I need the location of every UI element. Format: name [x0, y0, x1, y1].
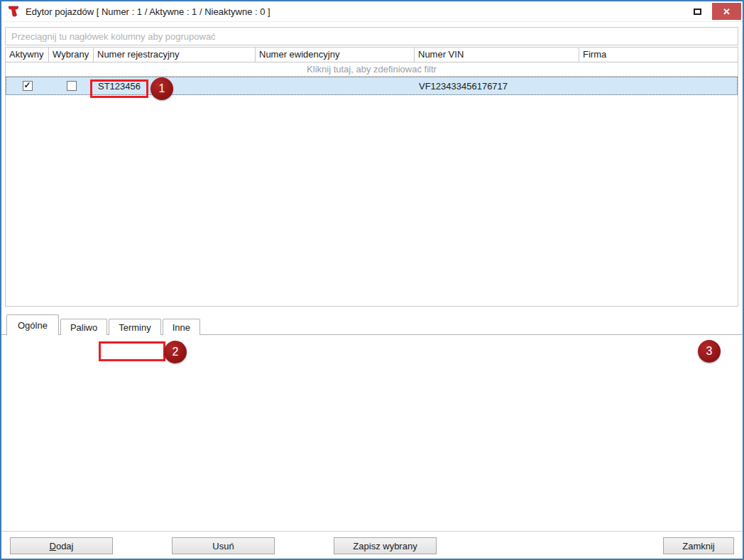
column-header-aktywny[interactable]: Aktywny — [6, 48, 49, 62]
button-bar: Dodaj Usuń Zapisz wybrany Zamknij — [1, 531, 743, 559]
cell-aktywny: ✓ — [6, 81, 49, 91]
vehicle-editor-window: Edytor pojazdów [ Numer : 1 / Aktywne : … — [0, 0, 744, 560]
cell-numer-vin: VF123433456176717 — [415, 81, 579, 92]
column-header-numer-vin[interactable]: Numer VIN — [415, 48, 579, 62]
group-by-bar[interactable]: Przeciągnij tu nagłówek kolumny aby pogr… — [5, 27, 738, 45]
save-selected-button[interactable]: Zapisz wybrany — [334, 537, 437, 554]
add-button[interactable]: Dodaj — [10, 537, 113, 554]
tab-ogolne[interactable]: Ogólne — [6, 314, 59, 335]
column-header-firma[interactable]: Firma — [579, 48, 738, 62]
titlebar: Edytor pojazdów [ Numer : 1 / Aktywne : … — [1, 1, 743, 22]
close-button[interactable]: ✕ — [712, 3, 741, 20]
tab-inne[interactable]: Inne — [163, 319, 200, 335]
grid-header-row: Aktywny Wybrany Numer rejestracyjny Nume… — [6, 48, 738, 62]
tab-paliwo[interactable]: Paliwo — [60, 319, 107, 335]
close-dialog-button[interactable]: Zamknij — [663, 537, 734, 554]
check-icon: ✓ — [23, 81, 31, 89]
delete-button[interactable]: Usuń — [172, 537, 275, 554]
window-title: Edytor pojazdów [ Numer : 1 / Aktywne : … — [26, 6, 270, 17]
maximize-button[interactable] — [686, 4, 708, 19]
cell-wybrany: ✓ — [49, 81, 94, 91]
filter-hint: Kliknij tutaj, aby zdefiniować filtr — [307, 64, 437, 75]
tab-terminy[interactable]: Terminy — [109, 319, 161, 335]
vehicle-row[interactable]: ✓ ✓ ST123456 VF123433456176717 — [6, 77, 738, 95]
tabstrip: Ogólne Paliwo Terminy Inne — [6, 314, 202, 335]
close-icon: ✕ — [723, 6, 731, 17]
maximize-icon — [694, 9, 701, 15]
filter-row[interactable]: Kliknij tutaj, aby zdefiniować filtr — [6, 62, 738, 77]
column-header-numer-rejestracyjny[interactable]: Numer rejestracyjny — [94, 48, 256, 62]
cell-numer-rejestracyjny: ST123456 — [94, 81, 256, 92]
aktywny-checkbox[interactable]: ✓ — [23, 81, 33, 91]
window-controls: ✕ — [686, 1, 743, 21]
general-tab-panel — [1, 334, 743, 531]
wybrany-checkbox[interactable]: ✓ — [67, 81, 77, 91]
vehicles-grid: Aktywny Wybrany Numer rejestracyjny Nume… — [5, 47, 738, 307]
app-logo-icon — [7, 5, 20, 18]
column-header-numer-ewidencyjny[interactable]: Numer ewidencyjny — [256, 48, 415, 62]
column-header-wybrany[interactable]: Wybrany — [49, 48, 94, 62]
group-by-hint: Przeciągnij tu nagłówek kolumny aby pogr… — [11, 31, 216, 42]
